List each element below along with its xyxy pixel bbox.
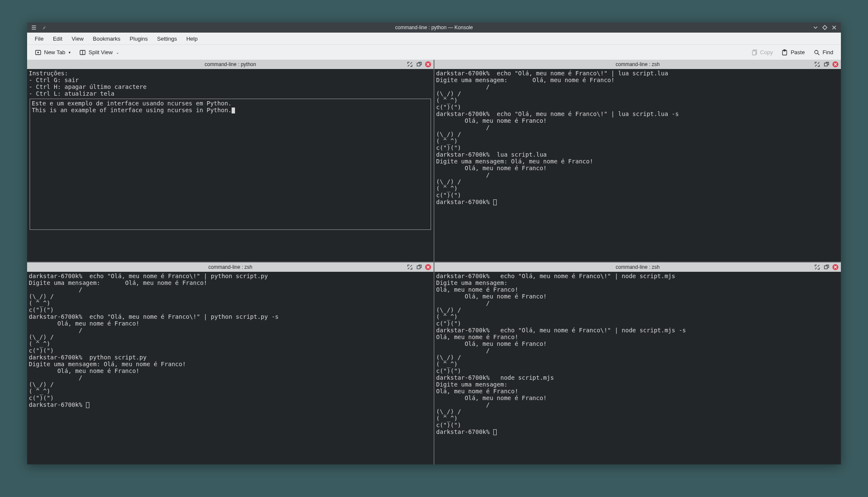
pane-top-right[interactable]: command-line : zsh darkstar-6700k% echo … bbox=[434, 60, 841, 262]
pane-title: command-line : zsh bbox=[434, 264, 841, 270]
close-button[interactable] bbox=[831, 24, 838, 31]
detach-pane-icon[interactable] bbox=[416, 264, 423, 271]
split-view-label: Split View bbox=[88, 49, 113, 55]
detach-pane-icon[interactable] bbox=[823, 264, 830, 271]
pane-header: command-line : python bbox=[27, 60, 434, 69]
menu-edit[interactable]: Edit bbox=[49, 34, 66, 44]
terminal-text: darkstar-6700k% echo "Olá, meu nome é Fr… bbox=[436, 273, 686, 435]
copy-label: Copy bbox=[760, 49, 773, 55]
maximize-pane-icon[interactable] bbox=[814, 264, 821, 271]
pane-header: command-line : zsh bbox=[434, 60, 841, 69]
minimize-button[interactable] bbox=[812, 24, 819, 31]
pane-bottom-right[interactable]: command-line : zsh darkstar-6700k% echo … bbox=[434, 262, 841, 464]
pane-top-left[interactable]: command-line : python Instruções: - Ctrl… bbox=[27, 60, 434, 262]
chevron-down-icon: ▾ bbox=[69, 50, 71, 55]
toolbar: New Tab ▾ Split View ⌄ Copy Paste Find bbox=[27, 44, 841, 60]
ncurses-input-box[interactable]: Este e um exemplo de interface usando nc… bbox=[30, 99, 431, 230]
menu-plugins[interactable]: Plugins bbox=[125, 34, 152, 44]
svg-rect-6 bbox=[417, 63, 420, 66]
titlebar: command-line : python — Konsole bbox=[27, 22, 841, 33]
menu-file[interactable]: File bbox=[30, 34, 48, 44]
terminal-output[interactable]: darkstar-6700k% echo "Olá, meu nome é Fr… bbox=[434, 272, 841, 464]
konsole-window: command-line : python — Konsole File Edi… bbox=[27, 22, 841, 464]
find-button[interactable]: Find bbox=[810, 47, 837, 58]
menubar: File Edit View Bookmarks Plugins Setting… bbox=[27, 33, 841, 44]
terminal-text: darkstar-6700k% echo "Olá, meu nome é Fr… bbox=[436, 70, 679, 205]
maximize-button[interactable] bbox=[821, 24, 828, 31]
pane-bottom-left[interactable]: command-line : zsh darkstar-6700k% echo … bbox=[27, 262, 434, 464]
split-view-button[interactable]: Split View ⌄ bbox=[76, 47, 123, 58]
pin-icon[interactable] bbox=[41, 24, 47, 31]
paste-button[interactable]: Paste bbox=[778, 47, 808, 58]
menu-view[interactable]: View bbox=[67, 34, 88, 44]
pane-title: command-line : python bbox=[27, 61, 434, 67]
maximize-pane-icon[interactable] bbox=[814, 61, 821, 68]
close-pane-icon[interactable] bbox=[832, 61, 838, 67]
window-title: command-line : python — Konsole bbox=[27, 25, 841, 30]
svg-rect-2 bbox=[752, 51, 756, 55]
find-label: Find bbox=[823, 49, 833, 55]
chevron-down-icon: ⌄ bbox=[116, 50, 119, 55]
text-cursor bbox=[493, 429, 497, 435]
ncurses-instructions: Instruções: - Ctrl G: sair - Ctrl H: apa… bbox=[29, 70, 147, 97]
ncurses-text: Este e um exemplo de interface usando nc… bbox=[32, 100, 232, 113]
split-workarea: command-line : python Instruções: - Ctrl… bbox=[27, 60, 841, 464]
menu-help[interactable]: Help bbox=[182, 34, 202, 44]
svg-rect-9 bbox=[824, 266, 827, 269]
paste-label: Paste bbox=[791, 49, 804, 55]
menu-settings[interactable]: Settings bbox=[153, 34, 181, 44]
detach-pane-icon[interactable] bbox=[416, 61, 423, 68]
text-cursor bbox=[493, 199, 497, 205]
pane-title: command-line : zsh bbox=[434, 61, 841, 67]
menu-bookmarks[interactable]: Bookmarks bbox=[88, 34, 124, 44]
detach-pane-icon[interactable] bbox=[823, 61, 830, 68]
pane-header: command-line : zsh bbox=[434, 262, 841, 272]
terminal-output[interactable]: Instruções: - Ctrl G: sair - Ctrl H: apa… bbox=[27, 69, 434, 262]
maximize-pane-icon[interactable] bbox=[406, 264, 413, 271]
pane-header: command-line : zsh bbox=[27, 262, 434, 272]
terminal-output[interactable]: darkstar-6700k% echo "Olá, meu nome é Fr… bbox=[434, 69, 841, 262]
text-cursor bbox=[232, 108, 235, 113]
text-cursor bbox=[86, 402, 89, 408]
terminal-text: darkstar-6700k% echo "Olá, meu nome é Fr… bbox=[29, 273, 279, 408]
svg-rect-8 bbox=[417, 266, 420, 269]
new-tab-button[interactable]: New Tab ▾ bbox=[31, 47, 74, 58]
maximize-pane-icon[interactable] bbox=[406, 61, 413, 68]
close-pane-icon[interactable] bbox=[425, 61, 431, 67]
new-tab-label: New Tab bbox=[44, 49, 65, 55]
svg-point-5 bbox=[815, 50, 818, 54]
svg-rect-7 bbox=[824, 63, 827, 66]
close-pane-icon[interactable] bbox=[832, 264, 838, 270]
pane-title: command-line : zsh bbox=[27, 264, 434, 270]
copy-button[interactable]: Copy bbox=[747, 47, 776, 58]
terminal-output[interactable]: darkstar-6700k% echo "Olá, meu nome é Fr… bbox=[27, 272, 434, 464]
close-pane-icon[interactable] bbox=[425, 264, 431, 270]
app-menu-icon[interactable] bbox=[30, 24, 37, 31]
